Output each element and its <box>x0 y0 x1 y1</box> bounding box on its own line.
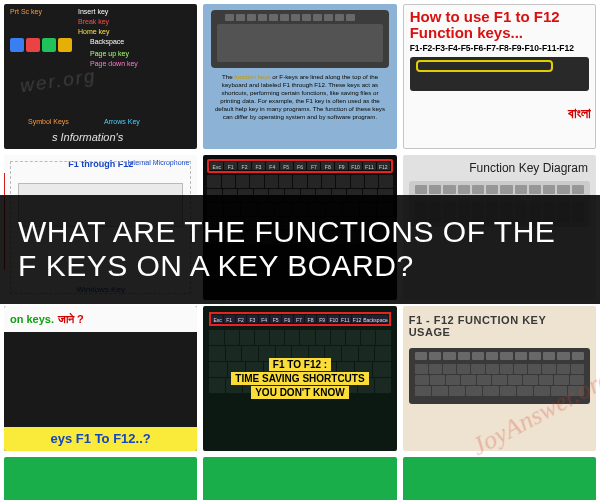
thumb-extra-2[interactable] <box>203 457 396 500</box>
title-bar: on keys. जाने ? <box>4 306 197 332</box>
thumb-hindi[interactable]: on keys. जाने ? eys F1 To F12..? <box>4 306 197 451</box>
thumb-shortcuts[interactable]: EscF1F2F3F4F5F6F7F8F9F10F11F12Backspace … <box>203 306 396 451</box>
subtitle-text: F1-F2-F3-F4-F5-F6-F7-F8-F9-F10-F11-F12 <box>410 43 589 53</box>
keyboard-icon <box>409 348 590 404</box>
title-text: How to use F1 to F12 Function keys... <box>410 9 589 41</box>
title-text: F1 - F12 FUNCTION KEY USAGE <box>409 314 590 338</box>
red-text: जाने ? <box>58 313 84 326</box>
label-insert: Insert key <box>78 8 108 15</box>
fkey-row-highlight: EscF1F2F3F4F5F6F7F8F9F10F11F12 <box>207 159 392 173</box>
label-break: Break key <box>78 18 109 25</box>
keyboard-icon <box>4 332 197 427</box>
thumb-how-to-use[interactable]: How to use F1 to F12 Function keys... F1… <box>403 4 596 149</box>
yellow-footer: eys F1 To F12..? <box>4 427 197 451</box>
headline-text: What are the functions of the F keys on … <box>18 215 582 282</box>
thumb-keyboard-caption[interactable]: The function keys or F-keys are lined al… <box>203 4 396 149</box>
label-pgup: Page up key <box>90 50 129 57</box>
label-arrows: Arrows Key <box>104 118 140 125</box>
keyboard-icon <box>211 10 388 68</box>
label-symbol: Symbol Keys <box>28 118 69 125</box>
label-home: Home key <box>78 28 110 35</box>
thumb-extra-1[interactable] <box>4 457 197 500</box>
bangla-label: বাংলা <box>568 105 591 122</box>
headline-overlay: What are the functions of the F keys on … <box>0 195 600 304</box>
thumb-keyboard-labeled[interactable]: Prt Sc key Insert key Break key Home key… <box>4 4 197 149</box>
label-prtsc: Prt Sc key <box>10 8 42 15</box>
diagram-title: Function Key Diagram <box>409 161 590 175</box>
thumb-extra-3[interactable] <box>403 457 596 500</box>
label-info-footer: s Information's <box>52 131 123 143</box>
label-backspace: Backspace <box>90 38 124 45</box>
keyboard-icon <box>410 57 589 91</box>
green-text: on keys. <box>10 313 54 325</box>
caption-text: The function keys or F-keys are lined al… <box>211 73 388 121</box>
thumb-usage[interactable]: F1 - F12 FUNCTION KEY USAGE <box>403 306 596 451</box>
overlay-text: F1 TO F12 : TIME SAVING SHORTCUTS YOU DO… <box>203 306 396 451</box>
label-pgdn: Page down key <box>90 60 138 67</box>
rgb-keys-icon <box>10 38 72 52</box>
